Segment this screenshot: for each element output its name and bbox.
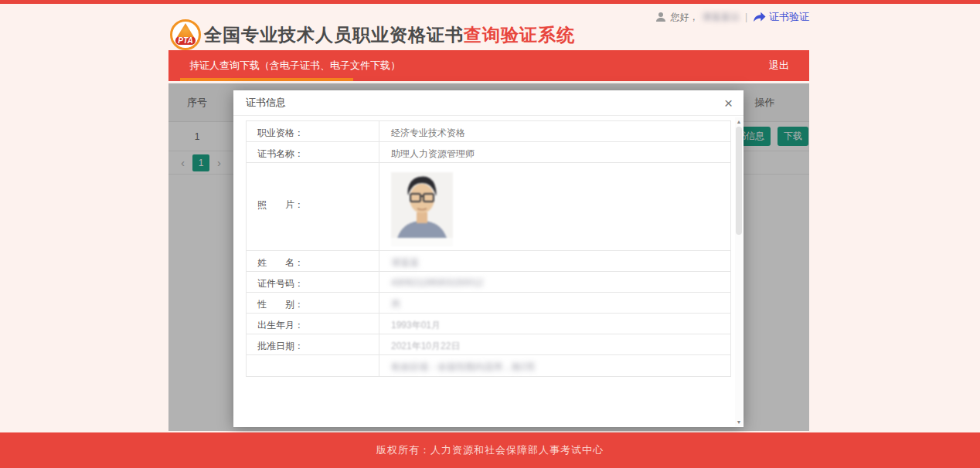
birth-date-value-redacted: 1993年01月 bbox=[391, 320, 441, 331]
page-title-main: 全国专业技术人员职业资格证书 bbox=[204, 25, 464, 45]
field-row-approval-date: 批准日期： 2021年10月22日 bbox=[247, 334, 730, 355]
scroll-up-icon[interactable]: ▲ bbox=[735, 119, 743, 124]
modal-body: 职业资格： 经济专业技术资格 证书名称： 助理人力资源管理师 照 片： bbox=[233, 117, 744, 427]
field-row-photo: 照 片： bbox=[247, 163, 730, 251]
certificate-detail-table: 职业资格： 经济专业技术资格 证书名称： 助理人力资源管理师 照 片： bbox=[246, 120, 731, 377]
main-nav: 持证人查询下载（含电子证书、电子文件下载） 退出 bbox=[168, 50, 809, 81]
modal-scrollbar[interactable]: ▲ ▼ bbox=[735, 117, 743, 426]
field-row-name: 姓 名： 谭某某 bbox=[247, 251, 730, 272]
tab-holder-query-download[interactable]: 持证人查询下载（含电子证书、电子文件下载） bbox=[168, 50, 410, 81]
user-icon bbox=[655, 12, 666, 22]
logo-flame-icon bbox=[177, 23, 194, 37]
copyright-text: 版权所有：人力资源和社会保障部人事考试中心 bbox=[376, 443, 604, 457]
modal-title: 证书信息 bbox=[246, 96, 286, 110]
certificate-name-value: 助理人力资源管理师 bbox=[379, 142, 730, 162]
scrollbar-thumb[interactable] bbox=[736, 127, 742, 235]
field-row-birth-date: 出生年月： 1993年01月 bbox=[247, 314, 730, 334]
close-icon[interactable]: × bbox=[724, 96, 733, 110]
verify-link-label: 证书验证 bbox=[769, 10, 809, 24]
separator: | bbox=[745, 12, 747, 22]
site-header: PTA 全国专业技术人员职业资格证书查询验证系统 您好， 谭某某11 | 证书验… bbox=[168, 4, 809, 50]
logout-button[interactable]: 退出 bbox=[769, 59, 809, 73]
page-title-accent: 查询验证系统 bbox=[464, 25, 575, 45]
certificate-info-modal: 证书信息 × 职业资格： 经济专业技术资格 证书名称： 助理人力资源管理师 照 … bbox=[233, 90, 744, 427]
field-row-gender: 性 别： 男 bbox=[247, 293, 730, 314]
user-bar: 您好， 谭某某11 | 证书验证 bbox=[655, 10, 809, 24]
portrait-photo bbox=[391, 172, 453, 246]
page-title: 全国专业技术人员职业资格证书查询验证系统 bbox=[204, 23, 575, 47]
extra-value-redacted: 有效区域：全国范围内适用，附2页 bbox=[391, 361, 536, 372]
greeting-text: 您好， bbox=[670, 11, 698, 24]
share-arrow-icon bbox=[753, 12, 766, 22]
logo-text: PTA bbox=[175, 36, 195, 45]
field-row-extra: 有效区域：全国范围内适用，附2页 bbox=[247, 355, 730, 376]
field-row-certificate-name: 证书名称： 助理人力资源管理师 bbox=[247, 142, 730, 163]
tab-label: 持证人查询下载（含电子证书、电子文件下载） bbox=[189, 59, 400, 73]
qualification-value: 经济专业技术资格 bbox=[379, 121, 730, 141]
approval-date-value-redacted: 2021年10月22日 bbox=[391, 341, 460, 351]
username-redacted: 谭某某11 bbox=[702, 11, 739, 24]
pta-logo: PTA bbox=[170, 19, 201, 50]
brand: PTA 全国专业技术人员职业资格证书查询验证系统 bbox=[170, 19, 575, 50]
page-footer: 版权所有：人力资源和社会保障部人事考试中心 bbox=[0, 432, 980, 468]
scroll-down-icon[interactable]: ▼ bbox=[735, 419, 743, 425]
field-row-qualification: 职业资格： 经济专业技术资格 bbox=[247, 121, 730, 142]
modal-header: 证书信息 × bbox=[233, 90, 744, 116]
active-tab-underline bbox=[180, 78, 353, 81]
field-row-id-number: 证件号码： 430921199303150012 bbox=[247, 272, 730, 293]
name-value-redacted: 谭某某 bbox=[391, 257, 419, 268]
certificate-verify-link[interactable]: 证书验证 bbox=[753, 10, 809, 24]
gender-value-redacted: 男 bbox=[391, 299, 400, 310]
id-number-value-redacted: 430921199303150012 bbox=[391, 277, 483, 288]
